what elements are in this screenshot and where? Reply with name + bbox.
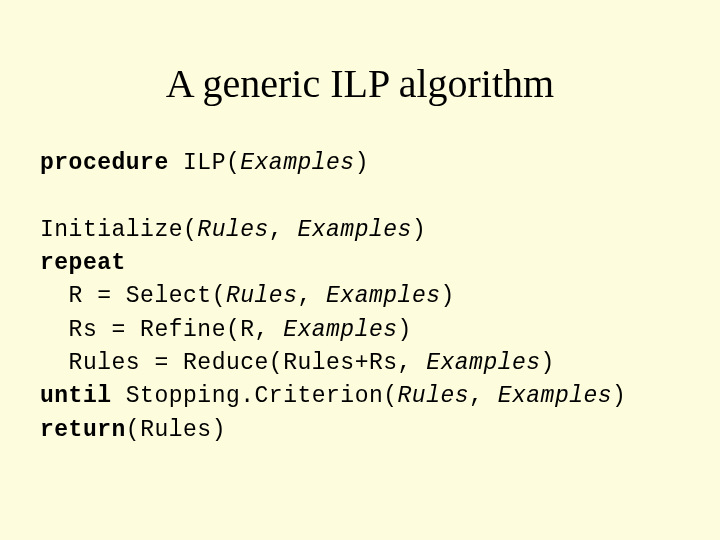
keyword-return: return [40, 417, 126, 443]
text: (Rules) [126, 417, 226, 443]
italic-examples: Examples [283, 317, 397, 343]
italic-examples: Examples [240, 150, 354, 176]
text: ) [440, 283, 454, 309]
text: ) [541, 350, 555, 376]
text: ILP( [169, 150, 241, 176]
italic-rules: Rules [197, 217, 269, 243]
keyword-procedure: procedure [40, 150, 169, 176]
keyword-repeat: repeat [40, 250, 126, 276]
text: R = Select( [40, 283, 226, 309]
slide-title: A generic ILP algorithm [40, 60, 680, 107]
italic-examples: Examples [297, 217, 411, 243]
text: Stopping.Criterion( [112, 383, 398, 409]
pseudocode-block: procedure ILP(Examples) Initialize(Rules… [40, 147, 680, 447]
text: Rs = Refine(R, [40, 317, 283, 343]
text: ) [398, 317, 412, 343]
text: Rules = Reduce(Rules+Rs, [40, 350, 426, 376]
text: , [297, 283, 326, 309]
text: ) [355, 150, 369, 176]
italic-examples: Examples [426, 350, 540, 376]
keyword-until: until [40, 383, 112, 409]
text: , [469, 383, 498, 409]
italic-examples: Examples [326, 283, 440, 309]
text: ) [612, 383, 626, 409]
text: ) [412, 217, 426, 243]
text: Initialize( [40, 217, 197, 243]
slide: A generic ILP algorithm procedure ILP(Ex… [0, 0, 720, 540]
italic-rules: Rules [398, 383, 470, 409]
italic-rules: Rules [226, 283, 298, 309]
italic-examples: Examples [498, 383, 612, 409]
text: , [269, 217, 298, 243]
